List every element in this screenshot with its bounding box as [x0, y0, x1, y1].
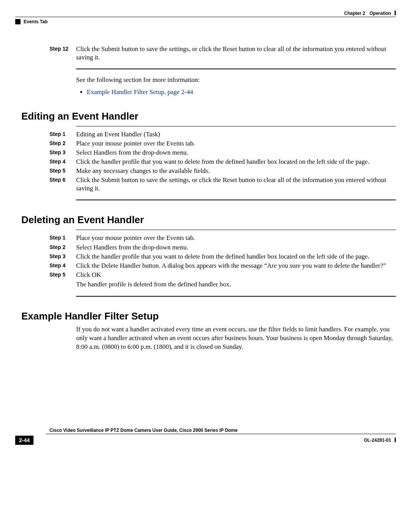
step-label: Step 5 — [49, 167, 76, 175]
step-text: Click the Submit button to save the sett… — [76, 45, 396, 62]
step-label: Step 3 — [49, 252, 76, 261]
chapter-title: Operation — [370, 11, 391, 16]
step-row: Step 2 Place your mouse pointer over the… — [49, 139, 396, 148]
step-text: Select Handlers from the drop-down menu. — [76, 243, 396, 252]
step-text: Click OK — [76, 271, 396, 279]
step-label: Step 4 — [49, 262, 76, 270]
divider — [76, 69, 396, 69]
divider — [76, 296, 396, 297]
deleting-after-text: The handler profile is deleted from the … — [76, 280, 396, 289]
doc-id-text: OL-24281-01 — [364, 438, 391, 443]
step-text: Select Handlers from the drop-down menu. — [76, 149, 396, 157]
footer-rule — [46, 434, 396, 434]
heading-deleting: Deleting an Event Handler — [21, 214, 396, 226]
step-text: Place your mouse pointer over the Events… — [76, 139, 396, 148]
step-label: Step 5 — [49, 271, 76, 279]
heading-editing: Editing an Event Handler — [21, 110, 396, 122]
step-label: Step 1 — [49, 130, 76, 139]
divider — [76, 200, 396, 200]
step-text: Editing an Event Handler (Task) — [76, 130, 396, 139]
step-label: Step 2 — [49, 139, 76, 148]
step-row: Step 1 Place your mouse pointer over the… — [49, 234, 396, 242]
header-section: Events Tab — [15, 19, 48, 24]
step-label: Step 12 — [49, 45, 76, 62]
header-bar-icon — [395, 11, 396, 15]
step-text: Click the Delete Handler button. A dialo… — [76, 262, 396, 270]
deleting-steps: Step 1 Place your mouse pointer over the… — [49, 234, 396, 279]
step-row: Step 12 Click the Submit button to save … — [49, 45, 396, 62]
step-row: Step 1 Editing an Event Handler (Task) — [49, 130, 396, 139]
step-text: Click the handler profile that you want … — [76, 252, 396, 261]
step-label: Step 2 — [49, 243, 76, 252]
step-row: Step 3 Select Handlers from the drop-dow… — [49, 149, 396, 157]
step-label: Step 1 — [49, 234, 76, 242]
heading-example: Example Handler Filter Setup — [21, 310, 396, 322]
step-label: Step 4 — [49, 158, 76, 166]
note-text: See the following section for more infor… — [76, 75, 396, 85]
divider — [76, 230, 396, 230]
step-text: Make any necessary changes to the availa… — [76, 167, 396, 175]
footer: Cisco Video Surveillance IP PTZ Dome Cam… — [15, 428, 396, 445]
step-label: Step 6 — [49, 176, 76, 193]
section-label: Events Tab — [24, 19, 48, 24]
doc-id: OL-24281-01 — [364, 438, 396, 443]
step-text: Place your mouse pointer over the Events… — [76, 234, 396, 242]
example-body: If you do not want a handler activated e… — [76, 325, 396, 351]
bullet-list: Example Handler Filter Setup, page 2-44 — [76, 88, 396, 97]
step-row: Step 3 Click the handler profile that yo… — [49, 252, 396, 261]
step-row: Step 6 Click the Submit button to save t… — [49, 176, 396, 193]
step-label: Step 3 — [49, 149, 76, 157]
step-text: Click the handler profile that you want … — [76, 158, 396, 166]
page-number: 2-44 — [15, 436, 33, 445]
list-item: Example Handler Filter Setup, page 2-44 — [87, 88, 396, 97]
divider — [76, 126, 396, 126]
cross-reference-link[interactable]: Example Handler Filter Setup, page 2-44 — [87, 88, 193, 96]
footer-title: Cisco Video Surveillance IP PTZ Dome Cam… — [49, 428, 396, 433]
section-marker-icon — [15, 19, 21, 24]
intro-step-block: Step 12 Click the Submit button to save … — [49, 45, 396, 62]
step-row: Step 2 Select Handlers from the drop-dow… — [49, 243, 396, 252]
footer-bar-icon — [395, 438, 396, 442]
step-text: Click the Submit button to save the sett… — [76, 176, 396, 193]
header-chapter: Chapter 2 Operation — [344, 11, 396, 16]
step-row: Step 5 Make any necessary changes to the… — [49, 167, 396, 175]
step-row: Step 5 Click OK — [49, 271, 396, 279]
editing-steps: Step 1 Editing an Event Handler (Task) S… — [49, 130, 396, 193]
header-rule — [15, 17, 396, 17]
chapter-number: Chapter 2 — [344, 11, 365, 16]
step-row: Step 4 Click the Delete Handler button. … — [49, 262, 396, 270]
step-row: Step 4 Click the handler profile that yo… — [49, 158, 396, 166]
